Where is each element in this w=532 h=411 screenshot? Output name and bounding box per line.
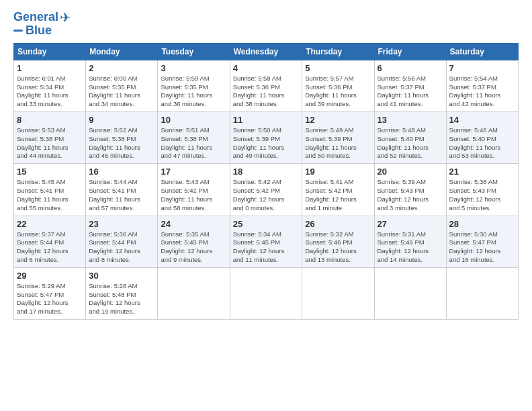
day-number: 6 [378, 63, 443, 73]
day-info: Sunrise: 5:51 AM Sunset: 5:38 PM Dayligh… [161, 126, 226, 161]
day-info: Sunrise: 5:39 AM Sunset: 5:43 PM Dayligh… [378, 178, 443, 212]
week-row-4: 22Sunrise: 5:37 AM Sunset: 5:44 PM Dayli… [14, 216, 519, 267]
day-number: 27 [378, 219, 443, 229]
day-cell: 12Sunrise: 5:49 AM Sunset: 5:39 PM Dayli… [302, 112, 374, 164]
day-cell: 1Sunrise: 6:01 AM Sunset: 5:34 PM Daylig… [14, 60, 86, 111]
logo-bird-icon: ✈ [60, 11, 71, 24]
day-cell: 29Sunrise: 5:29 AM Sunset: 5:47 PM Dayli… [14, 267, 86, 319]
day-info: Sunrise: 5:59 AM Sunset: 5:35 PM Dayligh… [161, 75, 226, 109]
day-number: 30 [89, 271, 154, 281]
day-cell: 27Sunrise: 5:31 AM Sunset: 5:46 PM Dayli… [374, 216, 446, 267]
day-info: Sunrise: 5:54 AM Sunset: 5:37 PM Dayligh… [449, 75, 515, 109]
header: General ✈ Blue [13, 11, 519, 38]
weekday-sunday: Sunday [14, 43, 86, 60]
logo-text: General [13, 11, 58, 24]
weekday-monday: Monday [86, 43, 158, 60]
day-number: 2 [89, 63, 154, 73]
day-number: 8 [17, 115, 83, 125]
day-cell: 6Sunrise: 5:56 AM Sunset: 5:37 PM Daylig… [374, 60, 446, 111]
day-cell: 3Sunrise: 5:59 AM Sunset: 5:35 PM Daylig… [158, 60, 230, 111]
weekday-thursday: Thursday [302, 43, 374, 60]
day-number: 15 [17, 167, 83, 177]
day-cell: 18Sunrise: 5:42 AM Sunset: 5:42 PM Dayli… [230, 164, 302, 216]
day-number: 21 [449, 167, 515, 177]
day-number: 19 [305, 167, 371, 177]
day-cell: 7Sunrise: 5:54 AM Sunset: 5:37 PM Daylig… [446, 60, 518, 111]
day-number: 13 [378, 115, 443, 125]
day-cell: 28Sunrise: 5:30 AM Sunset: 5:47 PM Dayli… [446, 216, 518, 267]
day-cell: 4Sunrise: 5:58 AM Sunset: 5:36 PM Daylig… [230, 60, 302, 111]
day-number: 3 [161, 63, 226, 73]
day-info: Sunrise: 5:28 AM Sunset: 5:48 PM Dayligh… [89, 282, 154, 316]
day-cell: 21Sunrise: 5:38 AM Sunset: 5:43 PM Dayli… [446, 164, 518, 216]
weekday-wednesday: Wednesday [230, 43, 302, 60]
day-info: Sunrise: 5:52 AM Sunset: 5:38 PM Dayligh… [89, 126, 154, 161]
logo-text2: Blue [26, 24, 52, 38]
day-cell [230, 267, 302, 319]
day-info: Sunrise: 6:00 AM Sunset: 5:35 PM Dayligh… [89, 75, 154, 109]
day-cell: 14Sunrise: 5:46 AM Sunset: 5:40 PM Dayli… [446, 112, 518, 164]
logo: General ✈ Blue [13, 11, 71, 38]
day-info: Sunrise: 5:29 AM Sunset: 5:47 PM Dayligh… [17, 282, 83, 316]
day-cell: 13Sunrise: 5:48 AM Sunset: 5:40 PM Dayli… [374, 112, 446, 164]
day-cell: 16Sunrise: 5:44 AM Sunset: 5:41 PM Dayli… [86, 164, 158, 216]
day-info: Sunrise: 5:48 AM Sunset: 5:40 PM Dayligh… [378, 126, 443, 161]
day-cell: 19Sunrise: 5:41 AM Sunset: 5:42 PM Dayli… [302, 164, 374, 216]
day-cell: 22Sunrise: 5:37 AM Sunset: 5:44 PM Dayli… [14, 216, 86, 267]
day-cell [446, 267, 518, 319]
week-row-5: 29Sunrise: 5:29 AM Sunset: 5:47 PM Dayli… [14, 267, 519, 319]
day-number: 24 [161, 219, 226, 229]
day-cell: 30Sunrise: 5:28 AM Sunset: 5:48 PM Dayli… [86, 267, 158, 319]
day-number: 11 [233, 115, 300, 125]
day-info: Sunrise: 5:56 AM Sunset: 5:37 PM Dayligh… [378, 75, 443, 109]
day-info: Sunrise: 5:53 AM Sunset: 5:38 PM Dayligh… [17, 126, 83, 161]
weekday-tuesday: Tuesday [158, 43, 230, 60]
day-cell: 24Sunrise: 5:35 AM Sunset: 5:45 PM Dayli… [158, 216, 230, 267]
day-info: Sunrise: 5:42 AM Sunset: 5:42 PM Dayligh… [233, 178, 300, 212]
day-cell: 5Sunrise: 5:57 AM Sunset: 5:36 PM Daylig… [302, 60, 374, 111]
day-number: 7 [449, 63, 515, 73]
page: General ✈ Blue SundayMondayTuesdayWednes… [0, 0, 532, 411]
day-number: 9 [89, 115, 154, 125]
day-cell: 10Sunrise: 5:51 AM Sunset: 5:38 PM Dayli… [158, 112, 230, 164]
week-row-2: 8Sunrise: 5:53 AM Sunset: 5:38 PM Daylig… [14, 112, 519, 164]
day-info: Sunrise: 5:44 AM Sunset: 5:41 PM Dayligh… [89, 178, 154, 212]
day-cell: 23Sunrise: 5:36 AM Sunset: 5:44 PM Dayli… [86, 216, 158, 267]
week-row-1: 1Sunrise: 6:01 AM Sunset: 5:34 PM Daylig… [14, 60, 519, 111]
day-info: Sunrise: 5:35 AM Sunset: 5:45 PM Dayligh… [161, 230, 226, 265]
day-cell [374, 267, 446, 319]
day-info: Sunrise: 5:46 AM Sunset: 5:40 PM Dayligh… [449, 126, 515, 161]
day-info: Sunrise: 5:41 AM Sunset: 5:42 PM Dayligh… [305, 178, 371, 212]
day-number: 28 [449, 219, 515, 229]
calendar: SundayMondayTuesdayWednesdayThursdayFrid… [13, 43, 519, 320]
day-number: 17 [161, 167, 226, 177]
day-info: Sunrise: 5:38 AM Sunset: 5:43 PM Dayligh… [449, 178, 515, 212]
day-info: Sunrise: 5:49 AM Sunset: 5:39 PM Dayligh… [305, 126, 371, 161]
day-cell: 25Sunrise: 5:34 AM Sunset: 5:45 PM Dayli… [230, 216, 302, 267]
day-cell: 9Sunrise: 5:52 AM Sunset: 5:38 PM Daylig… [86, 112, 158, 164]
day-cell: 15Sunrise: 5:45 AM Sunset: 5:41 PM Dayli… [14, 164, 86, 216]
day-cell: 2Sunrise: 6:00 AM Sunset: 5:35 PM Daylig… [86, 60, 158, 111]
day-info: Sunrise: 5:50 AM Sunset: 5:39 PM Dayligh… [233, 126, 300, 161]
day-number: 4 [233, 63, 300, 73]
weekday-header-row: SundayMondayTuesdayWednesdayThursdayFrid… [14, 43, 519, 60]
day-info: Sunrise: 5:58 AM Sunset: 5:36 PM Dayligh… [233, 75, 300, 109]
day-number: 23 [89, 219, 154, 229]
day-number: 14 [449, 115, 515, 125]
day-cell [302, 267, 374, 319]
weekday-saturday: Saturday [446, 43, 518, 60]
day-number: 22 [17, 219, 83, 229]
day-info: Sunrise: 6:01 AM Sunset: 5:34 PM Dayligh… [17, 75, 83, 109]
day-info: Sunrise: 5:43 AM Sunset: 5:42 PM Dayligh… [161, 178, 226, 212]
day-cell: 11Sunrise: 5:50 AM Sunset: 5:39 PM Dayli… [230, 112, 302, 164]
day-cell [158, 267, 230, 319]
day-info: Sunrise: 5:36 AM Sunset: 5:44 PM Dayligh… [89, 230, 154, 265]
day-info: Sunrise: 5:45 AM Sunset: 5:41 PM Dayligh… [17, 178, 83, 212]
day-number: 25 [233, 219, 300, 229]
day-info: Sunrise: 5:30 AM Sunset: 5:47 PM Dayligh… [449, 230, 515, 265]
day-number: 10 [161, 115, 226, 125]
day-number: 18 [233, 167, 300, 177]
day-number: 26 [305, 219, 371, 229]
day-cell: 17Sunrise: 5:43 AM Sunset: 5:42 PM Dayli… [158, 164, 230, 216]
day-info: Sunrise: 5:31 AM Sunset: 5:46 PM Dayligh… [378, 230, 443, 265]
